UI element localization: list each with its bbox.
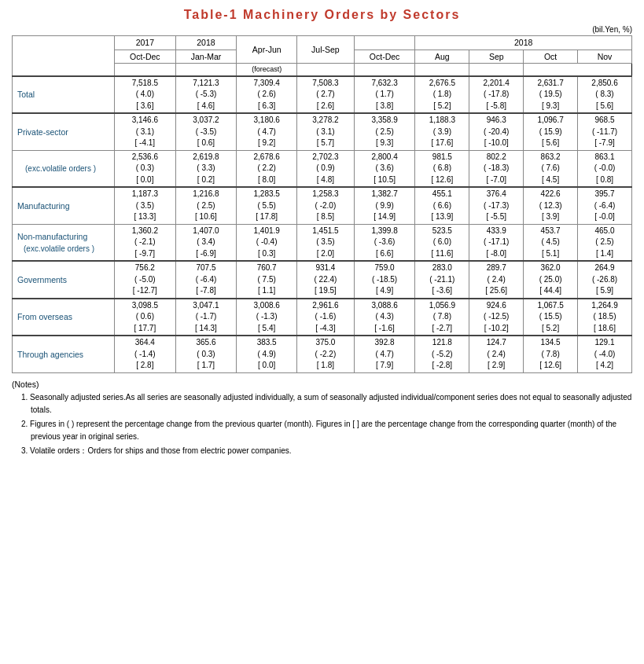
data-cell: 1,187.3 ( 3.5) [ 13.3] (115, 187, 176, 224)
data-cell: 392.8 ( 4.7) [ 7.9] (354, 336, 415, 372)
data-cell: 931.4 ( 22.4) [ 19.5] (297, 261, 355, 299)
data-cell: 3,098.5 ( 0.6) [ 17.7] (115, 299, 176, 336)
table-row: Private-sector3,146.6 ( 3.1) [ -4.1]3,03… (13, 113, 632, 150)
data-cell: 3,146.6 ( 3.1) [ -4.1] (115, 113, 176, 150)
data-cell: 1,360.2 ( -2.1) [ -9.7] (115, 224, 176, 261)
data-cell: 1,407.0 ( 3.4) [ -6.9] (175, 224, 237, 261)
data-cell: 3,278.2 ( 3.1) [ 5.7] (297, 113, 355, 150)
col-octdec-2017: Oct-Dec (115, 50, 176, 64)
col-oct-blank (415, 64, 469, 76)
data-cell: 3,008.6 ( -1.3) [ 5.4] (237, 299, 297, 336)
data-cell: 3,037.2 ( -3.5) [ 0.6] (175, 113, 237, 150)
data-cell: 2,961.6 ( -1.6) [ -4.3] (297, 299, 355, 336)
header-row-1: 2017 2018 Apr-Jun Jul-Sep 2018 (13, 36, 632, 50)
note-item-3: 3. Volatile orders：Orders for ships and … (21, 445, 632, 457)
data-cell: 759.0 ( -18.5) [ 4.9] (354, 261, 415, 299)
data-cell: 362.0 ( 25.0) [ 44.4] (524, 261, 578, 299)
data-cell: 383.5 ( 4.9) [ 0.0] (237, 336, 297, 372)
col-2017-blank (115, 64, 176, 76)
row-label: Total (13, 76, 115, 114)
data-cell: 283.0 ( -21.1) [ -3.6] (415, 261, 469, 299)
data-cell: 364.4 ( -1.4) [ 2.8] (115, 336, 176, 372)
data-cell: 134.5 ( 7.8) [ 12.6] (524, 336, 578, 372)
data-cell: 264.9 ( -26.8) [ 5.9] (578, 261, 632, 299)
data-cell: 1,096.7 ( 15.9) [ 5.6] (524, 113, 578, 150)
table-row: Through agencies364.4 ( -1.4) [ 2.8]365.… (13, 336, 632, 372)
data-cell: 422.6 ( 12.3) [ 3.9] (524, 187, 578, 224)
col-octdec-2018-forecast: Oct-Dec (354, 50, 415, 64)
data-cell: 121.8 ( -5.2) [ -2.8] (415, 336, 469, 372)
data-cell: 863.2 ( 7.6) [ 4.5] (524, 150, 578, 187)
data-cell: 1,258.3 ( -2.0) [ 8.5] (297, 187, 355, 224)
col-aug: Aug (415, 50, 469, 64)
data-cell: 863.1 ( -0.0) [ 0.8] (578, 150, 632, 187)
table-row: Manufacturing1,187.3 ( 3.5) [ 13.3]1,216… (13, 187, 632, 224)
col-oct: Oct (524, 50, 578, 64)
data-cell: 1,382.7 ( 9.9) [ 14.9] (354, 187, 415, 224)
table-row: Governments756.2 ( -5.0) [ -12.7]707.5 (… (13, 261, 632, 299)
data-cell: 3,047.1 ( -1.7) [ 14.3] (175, 299, 237, 336)
data-cell: 124.7 ( 2.4) [ 2.9] (469, 336, 524, 372)
data-cell: 365.6 ( 0.3) [ 1.7] (175, 336, 237, 372)
data-cell: 2,800.4 ( 3.6) [ 10.5] (354, 150, 415, 187)
row-label: Through agencies (13, 336, 115, 372)
data-cell: 760.7 ( 7.5) [ 1.1] (237, 261, 297, 299)
data-cell: 7,309.4 ( 2.6) [ 6.3] (237, 76, 297, 114)
data-cell: 7,518.5 ( 4.0) [ 3.6] (115, 76, 176, 114)
data-cell: 289.7 ( 2.4) [ 25.6] (469, 261, 524, 299)
data-cell: 946.3 ( -20.4) [ -10.0] (469, 113, 524, 150)
col-janmar-2018: Jan-Mar (175, 50, 237, 64)
col-2018-year: 2018 (175, 36, 237, 50)
data-cell: 375.0 ( -2.2) [ 1.8] (297, 336, 355, 372)
col-julsep: Jul-Sep (297, 36, 355, 64)
data-cell: 433.9 ( -17.1) [ -8.0] (469, 224, 524, 261)
data-cell: 2,201.4 ( -17.8) [ -5.8] (469, 76, 524, 114)
notes-section: (Notes) 1. Seasonally adjusted series.As… (12, 378, 632, 457)
data-cell: 523.5 ( 6.0) [ 11.6] (415, 224, 469, 261)
data-cell: 2,678.6 ( 2.2) [ 8.0] (237, 150, 297, 187)
notes-list: 1. Seasonally adjusted series.As all ser… (12, 391, 632, 457)
data-cell: 455.1 ( 6.6) [ 13.9] (415, 187, 469, 224)
data-cell: 2,702.3 ( 0.9) [ 4.8] (297, 150, 355, 187)
notes-title: (Notes) (12, 378, 632, 391)
data-cell: 756.2 ( -5.0) [ -12.7] (115, 261, 176, 299)
data-cell: 2,536.6 ( 0.3) [ 0.0] (115, 150, 176, 187)
data-cell: 1,399.8 ( -3.6) [ 6.6] (354, 224, 415, 261)
data-cell: 1,451.5 ( 3.5) [ 2.0] (297, 224, 355, 261)
data-cell: 1,283.5 ( 5.5) [ 17.8] (237, 187, 297, 224)
data-cell: 1,264.9 ( 18.5) [ 18.6] (578, 299, 632, 336)
data-cell: 2,676.5 ( 1.8) [ 5.2] (415, 76, 469, 114)
data-cell: 968.5 ( -11.7) [ -7.9] (578, 113, 632, 150)
data-cell: 2,631.7 ( 19.5) [ 9.3] (524, 76, 578, 114)
col-aprjun: Apr-Jun (237, 36, 297, 64)
col-nov: Nov (578, 50, 632, 64)
note-item-2: 2. Figures in ( ) represent the percenta… (21, 418, 632, 443)
col-octdec-label (354, 36, 415, 50)
row-label: Non-manufacturing(exc.volatile orders ) (13, 224, 115, 261)
unit-label: (bil.Yen, %) (12, 25, 632, 34)
note-item-1: 1. Seasonally adjusted series.As all ser… (21, 391, 632, 416)
col-aug-blank (297, 64, 355, 76)
data-cell: 1,401.9 ( -0.4) [ 0.3] (237, 224, 297, 261)
data-cell: 7,632.3 ( 1.7) [ 3.8] (354, 76, 415, 114)
data-cell: 376.4 ( -17.3) [ -5.5] (469, 187, 524, 224)
data-cell: 802.2 ( -18.3) [ -7.0] (469, 150, 524, 187)
row-label: Governments (13, 261, 115, 299)
col-blank (13, 36, 115, 76)
table-body: Total7,518.5 ( 4.0) [ 3.6]7,121.3 ( -5.3… (13, 76, 632, 373)
table-row: Total7,518.5 ( 4.0) [ 3.6]7,121.3 ( -5.3… (13, 76, 632, 114)
col-2017-year: 2017 (115, 36, 176, 50)
data-cell: 7,508.3 ( 2.7) [ 2.6] (297, 76, 355, 114)
table-row: From overseas3,098.5 ( 0.6) [ 17.7]3,047… (13, 299, 632, 336)
data-cell: 1,067.5 ( 15.5) [ 5.2] (524, 299, 578, 336)
data-cell: 2,619.8 ( 3.3) [ 0.2] (175, 150, 237, 187)
data-cell: 1,188.3 ( 3.9) [ 17.6] (415, 113, 469, 150)
table-row: (exc.volatile orders )2,536.6 ( 0.3) [ 0… (13, 150, 632, 187)
data-cell: 129.1 ( -4.0) [ 4.2] (578, 336, 632, 372)
data-cell: 3,358.9 ( 2.5) [ 9.3] (354, 113, 415, 150)
data-cell: 453.7 ( 4.5) [ 5.1] (524, 224, 578, 261)
col-sep-blank (354, 64, 415, 76)
data-cell: 395.7 ( -6.4) [ -0.0] (578, 187, 632, 224)
data-cell: 924.6 ( -12.5) [ -10.2] (469, 299, 524, 336)
row-label: Manufacturing (13, 187, 115, 224)
